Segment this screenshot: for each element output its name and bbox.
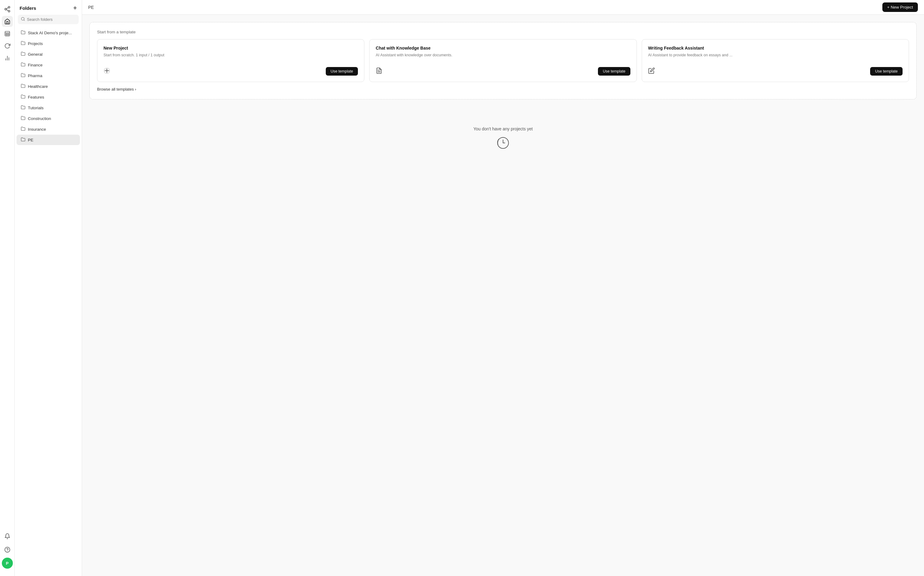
folder-list: Stack AI Demo's proje... Projects Genera…: [15, 27, 82, 576]
template-icon-edit: [648, 67, 655, 75]
folder-sidebar-header: Folders +: [15, 0, 82, 15]
empty-state: You don't have any projects yet: [90, 108, 917, 168]
folder-icon: [21, 41, 26, 46]
template-card-title: New Project: [104, 46, 358, 51]
folder-icon: [21, 73, 26, 78]
home-icon[interactable]: [2, 16, 13, 27]
clock-history-icon: [496, 136, 510, 150]
folder-icon: [21, 62, 26, 68]
folder-icon: [21, 94, 26, 100]
folder-label: Stack AI Demo's proje...: [28, 30, 72, 35]
sidebar-item-pharma[interactable]: Pharma: [16, 70, 80, 81]
browse-all-templates-link[interactable]: Browse all templates ›: [97, 87, 136, 91]
folder-label: General: [28, 52, 43, 57]
help-icon[interactable]: [2, 544, 13, 555]
folder-label: PE: [28, 138, 34, 142]
main-area: PE + New Project Start from a template N…: [82, 0, 924, 576]
sidebar-item-general[interactable]: General: [16, 49, 80, 59]
content-area: Start from a template New Project Start …: [82, 15, 924, 576]
topbar-folder-name: PE: [88, 5, 94, 10]
bell-icon[interactable]: [2, 531, 13, 542]
icon-sidebar: P: [0, 0, 15, 576]
template-cards: New Project Start from scratch. 1 input …: [97, 39, 909, 82]
use-template-button-new-project[interactable]: Use template: [326, 67, 358, 75]
sidebar-item-stack-ai-demo[interactable]: Stack AI Demo's proje...: [16, 27, 80, 38]
folder-icon: [21, 116, 26, 121]
template-card-title: Chat with Knowledge Base: [376, 46, 630, 51]
folder-label: Healthcare: [28, 84, 48, 89]
folder-icon: [21, 137, 26, 142]
template-card-new-project: New Project Start from scratch. 1 input …: [97, 39, 364, 82]
search-box: [18, 15, 79, 24]
svg-line-4: [6, 8, 8, 9]
template-card-chat-knowledge-base: Chat with Knowledge Base AI Assistant wi…: [369, 39, 637, 82]
sidebar-item-tutorials[interactable]: Tutorials: [16, 102, 80, 113]
chart-icon[interactable]: [2, 53, 13, 64]
folder-label: Features: [28, 95, 44, 99]
svg-rect-5: [5, 32, 10, 36]
topbar: PE + New Project: [82, 0, 924, 15]
template-card-title: Writing Feedback Assistant: [648, 46, 903, 51]
template-card-writing-feedback: Writing Feedback Assistant AI Assistant …: [642, 39, 909, 82]
template-icon-document: [376, 67, 383, 75]
folder-label: Pharma: [28, 74, 42, 78]
template-icon-plus: [104, 67, 110, 75]
template-card-desc: AI Assistant to provide feedback on essa…: [648, 53, 903, 62]
sidebar-item-healthcare[interactable]: Healthcare: [16, 81, 80, 91]
folder-label: Construction: [28, 116, 51, 121]
folder-icon: [21, 83, 26, 89]
use-template-button-chat-knowledge-base[interactable]: Use template: [598, 67, 630, 75]
sidebar-item-features[interactable]: Features: [16, 92, 80, 102]
svg-line-3: [6, 10, 8, 11]
sidebar-item-pe[interactable]: PE: [16, 134, 80, 145]
folder-icon: [21, 51, 26, 57]
sidebar-item-construction[interactable]: Construction: [16, 113, 80, 124]
search-icon: [21, 17, 25, 22]
sidebar-item-projects[interactable]: Projects: [16, 38, 80, 49]
folder-sidebar: Folders + Stack AI Demo's proje... Proje…: [15, 0, 82, 576]
template-card-desc: AI Assistant with knowledge over documen…: [376, 53, 630, 62]
empty-state-text: You don't have any projects yet: [473, 126, 533, 131]
folder-icon: [21, 105, 26, 110]
template-section-title: Start from a template: [97, 30, 909, 34]
add-folder-button[interactable]: +: [73, 5, 77, 11]
sidebar-item-insurance[interactable]: Insurance: [16, 124, 80, 134]
folder-icon: [21, 126, 26, 132]
template-section: Start from a template New Project Start …: [90, 22, 917, 99]
logo-icon[interactable]: [2, 4, 13, 15]
new-project-button[interactable]: + New Project: [882, 2, 918, 12]
sidebar-item-finance[interactable]: Finance: [16, 60, 80, 70]
svg-line-16: [24, 20, 25, 21]
template-card-footer: Use template: [648, 67, 903, 75]
refresh-icon[interactable]: [2, 40, 13, 51]
template-card-footer: Use template: [104, 67, 358, 75]
use-template-button-writing-feedback[interactable]: Use template: [870, 67, 903, 75]
folders-title: Folders: [19, 5, 36, 11]
template-card-desc: Start from scratch. 1 input / 1 output: [104, 53, 358, 62]
search-input[interactable]: [27, 17, 75, 22]
folder-label: Projects: [28, 41, 43, 46]
folder-icon: [21, 30, 26, 35]
folder-label: Insurance: [28, 127, 46, 131]
template-card-footer: Use template: [376, 67, 630, 75]
table-icon[interactable]: [2, 28, 13, 39]
folder-label: Tutorials: [28, 106, 43, 110]
folder-label: Finance: [28, 63, 43, 67]
avatar[interactable]: P: [2, 558, 13, 569]
